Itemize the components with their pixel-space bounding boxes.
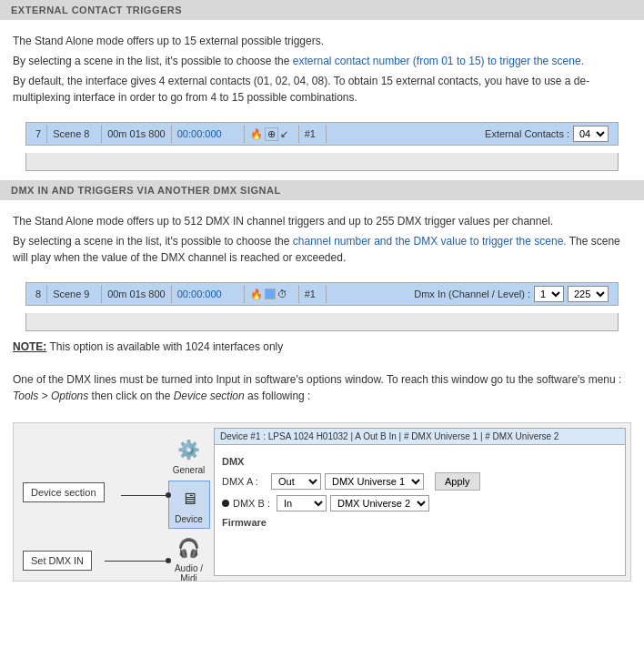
scene-icons-7: 🔥 ⊕ ↙ [245,125,299,143]
scene-row-8: 8 Scene 9 00m 01s 800 00:00:000 🔥 ⏱ #1 D… [25,282,619,306]
clock-icon: ⏱ [277,289,287,299]
scene-time2-8: 00:00:000 [172,285,245,303]
arrow-icon: ↙ [280,128,288,140]
scene-row-7: 7 Scene 8 00m 01s 800 00:00:000 🔥 ⊕ ↙ #1… [25,122,619,146]
scene-time2-7: 00:00:000 [172,125,245,143]
general-label: General [173,465,206,475]
callout-dot-1 [166,492,171,498]
dmx-a-direction-select[interactable]: Out In [271,473,321,490]
scene-name-8: Scene 8 [47,125,102,143]
device-label: Device [175,514,203,524]
square-icon [265,289,276,299]
dmx-a-label: DMX A : [222,476,267,487]
plus-icon: ⊕ [265,127,278,141]
menu-path: Tools > Options [13,390,88,402]
device-icon: 🖥 [176,485,203,512]
scene-time1-7: 00m 01s 800 [102,125,172,143]
ext-contacts-label: External Contacts : [485,128,569,139]
scene-num-7: 7 [30,125,47,143]
scene-hash-7: #1 [299,125,327,143]
set-dmx-in-callout-text: Set DMX IN [31,555,84,566]
dmx-b-direction-select[interactable]: In Out [277,495,327,511]
dmx-in-field: Dmx In (Channel / Level) : 1 2 225 255 [408,285,614,303]
set-dmx-in-callout: Set DMX IN [23,551,92,571]
audio-midi-label: Audio / Midi [170,563,208,582]
highlight-dmx: channel number and the DMX value to trig… [293,235,567,248]
callout-line-2 [105,561,168,562]
scene-icons-8: 🔥 ⏱ [245,285,299,303]
scene-row-8-wrapper: 8 Scene 9 00m 01s 800 00:00:000 🔥 ⏱ #1 D… [13,282,631,331]
screenshot-area: ⚙️ General 🖥 Device 🎧 Audio / Midi A Art… [13,422,631,582]
dmx-para-2: By selecting a scene in the list, it's p… [13,233,631,266]
ext-para-1: The Stand Alone mode offers up to 15 ext… [13,33,631,49]
dmx-in-header: DMX IN AND TRIGGERS VIA ANOTHER DMX SIGN… [0,180,644,200]
dmx-para-1: The Stand Alone mode offers up to 512 DM… [13,213,631,229]
flame-icon-8: 🔥 [250,289,263,300]
note-label: NOTE: [13,340,46,353]
general-icon-item[interactable]: ⚙️ General [168,432,210,479]
apply-button[interactable]: Apply [435,472,480,491]
dmx-ch-select[interactable]: 1 2 [534,286,564,302]
dmx-desc-block: One of the DMX lines must be turned into… [0,366,644,413]
scene-row-7-wrapper: 7 Scene 8 00m 01s 800 00:00:000 🔥 ⊕ ↙ #1… [13,122,631,171]
right-panel: Device #1 : LPSA 1024 H01032 | A Out B I… [214,428,626,576]
device-section-callout-text: Device section [31,487,96,498]
dmx-desc: One of the DMX lines must be turned into… [13,371,631,404]
dmx-b-row: DMX B : In Out DMX Universe 2 DMX Univer… [222,495,618,511]
ext-contacts-select[interactable]: 04 01 02 08 [573,126,609,142]
device-section-callout: Device section [23,482,105,502]
ext-contacts-field: External Contacts : 04 01 02 08 [479,125,614,143]
dmx-b-dot [222,500,229,507]
ext-para-2: By selecting a scene in the list, it's p… [13,53,631,69]
callout-line-1 [121,495,168,496]
callout-dot-2 [166,558,171,563]
dmx-b-universe-select[interactable]: DMX Universe 2 DMX Universe 1 [330,495,429,511]
external-contact-content: The Stand Alone mode offers up to 15 ext… [0,27,644,115]
ext-para-3: By default, the interface gives 4 extern… [13,73,631,106]
right-panel-header: Device #1 : LPSA 1024 H01032 | A Out B I… [215,429,625,445]
note-text: NOTE: This option is available with 1024… [13,339,631,355]
dmx-lvl-select[interactable]: 225 255 [568,286,609,302]
dmx-in-label: Dmx In (Channel / Level) : [414,289,530,299]
scene-time1-8: 00m 01s 800 [102,285,172,303]
scene-num-8: 8 [30,285,47,303]
device-icon-item[interactable]: 🖥 Device [168,481,210,529]
firmware-label: Firmware [222,517,618,528]
device-section-ref: Device section [174,390,245,402]
note-block: NOTE: This option is available with 1024… [0,331,644,366]
left-icons-column: ⚙️ General 🖥 Device 🎧 Audio / Midi A Art… [164,432,214,582]
scene-row-partial [25,153,619,171]
right-panel-body: DMX DMX A : Out In DMX Universe 1 DMX Un… [215,445,625,535]
dmx-in-content: The Stand Alone mode offers up to 512 DM… [0,208,644,275]
scene-hash-8: #1 [299,285,327,303]
highlight-external: external contact number (from 01 to 15) … [293,55,584,67]
dmx-b-label: DMX B : [233,498,273,509]
dmx-section-label: DMX [222,456,618,467]
dmx-a-row: DMX A : Out In DMX Universe 1 DMX Univer… [222,472,618,491]
general-icon: ⚙️ [176,436,203,463]
external-contact-section: EXTERNAL CONTACT TRIGGERS The Stand Alon… [0,0,644,171]
note-content: This option is available with 1024 inter… [46,340,283,353]
audio-midi-icon-item[interactable]: 🎧 Audio / Midi [168,531,210,582]
flame-icon: 🔥 [250,128,263,140]
scene-name-9: Scene 9 [47,285,102,303]
dmx-a-universe-select[interactable]: DMX Universe 1 DMX Universe 2 [325,473,424,490]
external-contact-header: EXTERNAL CONTACT TRIGGERS [0,0,644,20]
scene-row-8-partial [25,313,619,331]
audio-midi-icon: 🎧 [176,534,203,562]
dmx-in-section: DMX IN AND TRIGGERS VIA ANOTHER DMX SIGN… [0,180,644,582]
